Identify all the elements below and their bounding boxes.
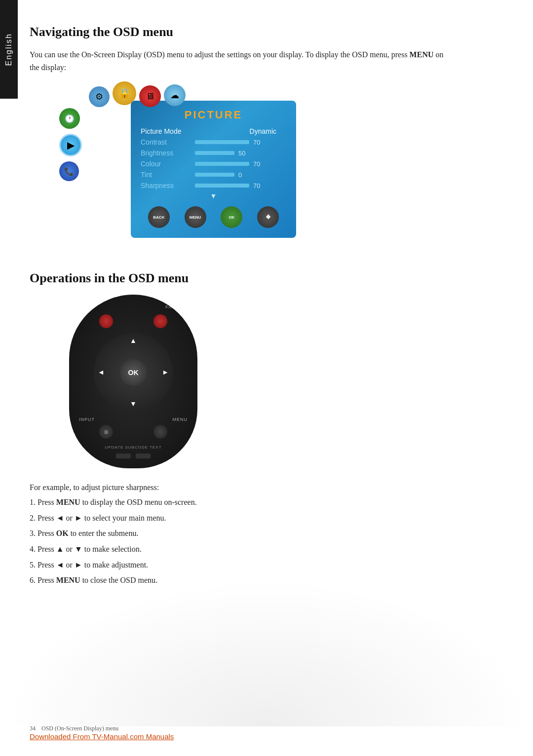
section1-intro: You can use the On-Screen Display (OSD) … (30, 48, 454, 74)
instructions-intro: For example, to adjust picture sharpness… (30, 483, 503, 492)
instruction-5: 5. Press ◄ or ► to make adjustment. (30, 559, 503, 571)
osd-brightness-row: Brightness 50 (141, 149, 286, 157)
remote-menu-label: MENU (173, 417, 188, 422)
remote-back-btn[interactable] (99, 314, 113, 328)
remote-down-arrow[interactable]: ▼ (130, 400, 137, 408)
remote-back-label: BACK (79, 304, 93, 309)
osd-contrast-row: Contrast 70 (141, 138, 286, 146)
remote-top-labels: BACK FAVORIT (79, 304, 188, 309)
language-label: English (4, 33, 13, 66)
osd-tint-value: 0 (195, 171, 286, 179)
osd-contrast-value: 70 (195, 139, 286, 146)
osd-bar-contrast (195, 140, 249, 144)
osd-icon-settings: ⚙ (89, 86, 110, 107)
footer-link[interactable]: Downloaded From TV-Manual.com Manuals (30, 732, 174, 741)
remote-dpad: ▲ ▼ ◄ ► OK (94, 333, 173, 412)
osd-label-mode: Picture Mode (141, 127, 195, 135)
remote-bottom-labels: INPUT MENU (79, 417, 188, 422)
osd-menu-button[interactable]: MENU (185, 206, 206, 228)
remote-favorit-label: FAVORIT (165, 304, 188, 309)
section2-heading: Operations in the OSD menu (30, 271, 503, 286)
osd-label-brightness: Brightness (141, 149, 195, 157)
remote-extra-buttons (79, 454, 188, 458)
remote-up-arrow[interactable]: ▲ (130, 337, 137, 345)
instruction-2: 2. Press ◄ or ► to select your main menu… (30, 512, 503, 525)
osd-icon-play: ▶ (59, 134, 82, 156)
footer: 34 OSD (On-Screen Display) menu Download… (30, 723, 503, 741)
footer-page-label: OSD (On-Screen Display) menu (41, 725, 118, 732)
osd-scroll-arrow: ▼ (141, 192, 286, 200)
osd-icon-clock: 🕐 (59, 108, 80, 129)
main-content: Navigating the OSD menu You can use the … (30, 0, 503, 587)
osd-sharpness-row: Sharpness 70 (141, 182, 286, 189)
osd-icon-lock: 🔒 (113, 81, 136, 105)
footer-page-number: 34 (30, 725, 36, 732)
remote-input-btn[interactable]: ⊞ (99, 425, 113, 439)
remote-extra-btn1[interactable] (116, 454, 131, 458)
osd-num-sharpness: 70 (253, 182, 263, 189)
instruction-3: 3. Press OK to enter the submenu. (30, 527, 503, 540)
osd-nav-button[interactable]: ❖ (257, 206, 279, 228)
remote-left-arrow[interactable]: ◄ (98, 369, 105, 377)
osd-bottom-buttons: BACK MENU OK ❖ (141, 206, 286, 228)
remote-bottom-text: UPDATE SUBCODE TEXT (79, 442, 188, 451)
osd-back-button[interactable]: BACK (148, 206, 170, 228)
osd-label-sharpness: Sharpness (141, 182, 195, 189)
remote-input-label: INPUT (79, 417, 95, 422)
remote-body: BACK FAVORIT ▲ ▼ ◄ ► OK INPUT ME (69, 295, 197, 468)
osd-ok-button[interactable]: OK (221, 206, 242, 228)
osd-num-colour: 70 (253, 160, 263, 168)
osd-top-icons: ⚙ 🔒 🖥 ☁ (89, 83, 186, 107)
osd-screenshot: ⚙ 🔒 🖥 ☁ 🕐 ▶ 📞 PICTURE Picture Mode Dynam… (49, 83, 286, 251)
remote-control: BACK FAVORIT ▲ ▼ ◄ ► OK INPUT ME (69, 295, 503, 468)
bg-decoration (0, 578, 533, 726)
remote-top-buttons (79, 314, 188, 328)
osd-bar-tint (195, 173, 234, 177)
osd-num-contrast: 70 (253, 139, 263, 146)
osd-left-icons: 🕐 ▶ 📞 (59, 108, 82, 181)
osd-menu-box: PICTURE Picture Mode Dynamic Contrast 70… (131, 101, 296, 238)
remote-extra-row: ⊞ (79, 425, 188, 439)
remote-right-arrow[interactable]: ► (162, 369, 169, 377)
section1-heading: Navigating the OSD menu (30, 25, 503, 39)
osd-menu-title: PICTURE (141, 109, 286, 121)
osd-sharpness-value: 70 (195, 182, 286, 189)
osd-tint-row: Tint 0 (141, 171, 286, 179)
osd-colour-row: Colour 70 (141, 160, 286, 168)
osd-icon-monitor: 🖥 (139, 85, 161, 107)
osd-label-contrast: Contrast (141, 138, 195, 146)
osd-bar-brightness (195, 151, 234, 155)
osd-colour-value: 70 (195, 160, 286, 168)
remote-ok-btn[interactable]: OK (120, 359, 147, 386)
instructions-section: For example, to adjust picture sharpness… (30, 483, 503, 587)
instruction-1: 1. Press MENU to display the OSD menu on… (30, 496, 503, 509)
osd-label-colour: Colour (141, 160, 195, 168)
instruction-4: 4. Press ▲ or ▼ to make selection. (30, 543, 503, 556)
side-language-tab: English (0, 0, 18, 99)
osd-bar-sharpness (195, 184, 249, 188)
remote-extra-btn2[interactable] (136, 454, 151, 458)
osd-brightness-value: 50 (195, 150, 286, 157)
osd-icon-phone: 📞 (59, 161, 79, 181)
osd-num-tint: 0 (238, 171, 248, 179)
osd-picture-mode-row: Picture Mode Dynamic (141, 127, 286, 135)
osd-label-tint: Tint (141, 171, 195, 179)
remote-fav-btn[interactable] (153, 314, 167, 328)
osd-value-mode: Dynamic (195, 127, 286, 135)
osd-icon-weather: ☁ (164, 84, 186, 106)
osd-bar-colour (195, 162, 249, 166)
osd-num-brightness: 50 (238, 150, 248, 157)
remote-menu-btn[interactable] (153, 425, 167, 439)
